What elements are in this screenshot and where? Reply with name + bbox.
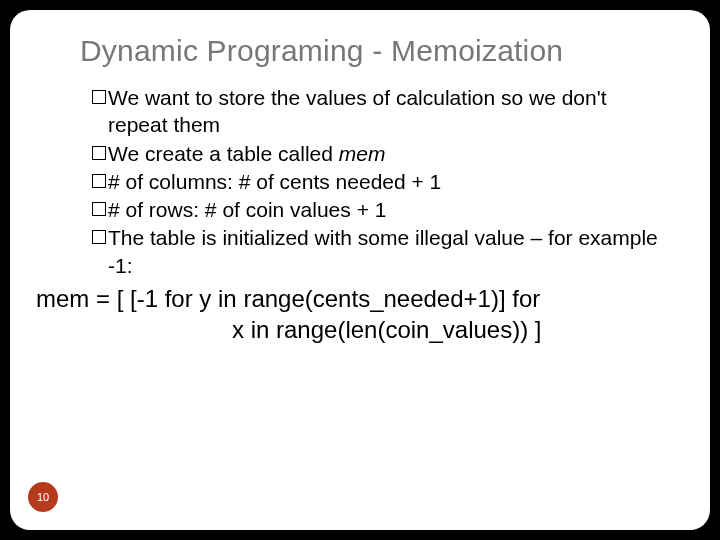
- bullet-text: We create a table called mem: [108, 140, 664, 167]
- code-line: mem = [ [-1 for y in range(cents_needed+…: [36, 283, 684, 314]
- checkbox-icon: [92, 174, 106, 188]
- bullet-text: The table is initialized with some illeg…: [108, 224, 664, 279]
- bullet-text: # of rows: # of coin values + 1: [108, 196, 664, 223]
- bullet-text: # of columns: # of cents needed + 1: [108, 168, 664, 195]
- slide: Dynamic Programing - Memoization We want…: [10, 10, 710, 530]
- list-item: We create a table called mem: [92, 140, 664, 167]
- list-item: We want to store the values of calculati…: [92, 84, 664, 139]
- page-number-badge: 10: [28, 482, 58, 512]
- list-item: The table is initialized with some illeg…: [92, 224, 664, 279]
- list-item: # of columns: # of cents needed + 1: [92, 168, 664, 195]
- bullet-text: We want to store the values of calculati…: [108, 84, 664, 139]
- bullet-list: We want to store the values of calculati…: [92, 84, 664, 279]
- list-item: # of rows: # of coin values + 1: [92, 196, 664, 223]
- checkbox-icon: [92, 202, 106, 216]
- code-line: x in range(len(coin_values)) ]: [36, 314, 684, 345]
- code-block: mem = [ [-1 for y in range(cents_needed+…: [36, 283, 684, 345]
- slide-title: Dynamic Programing - Memoization: [80, 34, 684, 68]
- checkbox-icon: [92, 90, 106, 104]
- checkbox-icon: [92, 146, 106, 160]
- checkbox-icon: [92, 230, 106, 244]
